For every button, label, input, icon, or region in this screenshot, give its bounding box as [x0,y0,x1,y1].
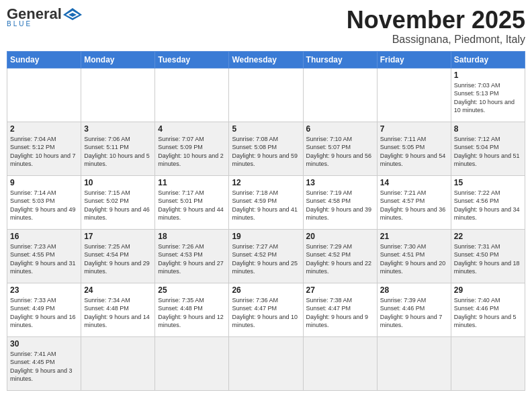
calendar-day-cell: 5Sunrise: 7:08 AM Sunset: 5:08 PM Daylig… [229,122,303,175]
day-info: Sunrise: 7:25 AM Sunset: 4:54 PM Dayligh… [84,242,152,276]
day-info: Sunrise: 7:40 AM Sunset: 4:46 PM Dayligh… [454,296,522,330]
calendar-day-cell: 11Sunrise: 7:17 AM Sunset: 5:01 PM Dayli… [155,175,229,229]
day-number: 2 [10,124,78,134]
day-number: 29 [454,285,522,295]
day-info: Sunrise: 7:18 AM Sunset: 4:59 PM Dayligh… [232,189,300,222]
calendar-day-cell: 21Sunrise: 7:30 AM Sunset: 4:51 PM Dayli… [377,229,451,283]
day-info: Sunrise: 7:19 AM Sunset: 4:58 PM Dayligh… [306,189,374,222]
calendar-day-cell: 18Sunrise: 7:26 AM Sunset: 4:53 PM Dayli… [155,229,229,283]
day-info: Sunrise: 7:23 AM Sunset: 4:55 PM Dayligh… [10,242,78,276]
weekday-header-friday: Friday [377,51,451,68]
day-info: Sunrise: 7:04 AM Sunset: 5:12 PM Dayligh… [10,135,78,169]
calendar-day-cell [81,336,155,390]
calendar-day-cell: 25Sunrise: 7:35 AM Sunset: 4:48 PM Dayli… [155,283,229,336]
calendar-day-cell: 22Sunrise: 7:31 AM Sunset: 4:50 PM Dayli… [451,229,525,283]
calendar-week-row: 16Sunrise: 7:23 AM Sunset: 4:55 PM Dayli… [7,229,525,283]
day-number: 19 [232,232,300,241]
calendar-week-row: 23Sunrise: 7:33 AM Sunset: 4:49 PM Dayli… [7,283,525,336]
day-number: 6 [306,124,374,134]
day-number: 24 [84,285,152,295]
calendar-day-cell: 10Sunrise: 7:15 AM Sunset: 5:02 PM Dayli… [81,175,155,229]
weekday-header-sunday: Sunday [7,51,81,68]
calendar-day-cell [451,336,525,390]
day-info: Sunrise: 7:29 AM Sunset: 4:52 PM Dayligh… [306,242,374,276]
logo-icon [62,7,83,21]
day-info: Sunrise: 7:03 AM Sunset: 5:13 PM Dayligh… [454,81,522,115]
calendar-day-cell [155,336,229,390]
day-info: Sunrise: 7:41 AM Sunset: 4:45 PM Dayligh… [10,350,78,383]
day-info: Sunrise: 7:31 AM Sunset: 4:50 PM Dayligh… [454,242,522,276]
logo-general: General [7,7,62,21]
day-number: 18 [158,232,226,241]
day-number: 14 [380,178,448,187]
day-number: 17 [84,232,152,241]
day-info: Sunrise: 7:14 AM Sunset: 5:03 PM Dayligh… [10,189,78,222]
calendar-day-cell: 14Sunrise: 7:21 AM Sunset: 4:57 PM Dayli… [377,175,451,229]
calendar-week-row: 9Sunrise: 7:14 AM Sunset: 5:03 PM Daylig… [7,175,525,229]
title-block: November 2025 Bassignana, Piedmont, Ital… [347,7,525,46]
day-info: Sunrise: 7:26 AM Sunset: 4:53 PM Dayligh… [158,242,226,276]
day-info: Sunrise: 7:17 AM Sunset: 5:01 PM Dayligh… [158,189,226,222]
weekday-header-monday: Monday [81,51,155,68]
day-number: 23 [10,285,78,295]
day-number: 28 [380,285,448,295]
calendar-day-cell [81,68,155,122]
calendar-day-cell [229,68,303,122]
calendar-day-cell: 26Sunrise: 7:36 AM Sunset: 4:47 PM Dayli… [229,283,303,336]
calendar-day-cell [377,336,451,390]
day-info: Sunrise: 7:34 AM Sunset: 4:48 PM Dayligh… [84,296,152,330]
day-number: 10 [84,178,152,187]
calendar-day-cell: 7Sunrise: 7:11 AM Sunset: 5:05 PM Daylig… [377,122,451,175]
weekday-header-wednesday: Wednesday [229,51,303,68]
calendar-day-cell: 15Sunrise: 7:22 AM Sunset: 4:56 PM Dayli… [451,175,525,229]
calendar-day-cell: 12Sunrise: 7:18 AM Sunset: 4:59 PM Dayli… [229,175,303,229]
day-info: Sunrise: 7:33 AM Sunset: 4:49 PM Dayligh… [10,296,78,330]
day-info: Sunrise: 7:38 AM Sunset: 4:47 PM Dayligh… [306,296,374,330]
calendar-day-cell: 27Sunrise: 7:38 AM Sunset: 4:47 PM Dayli… [303,283,377,336]
day-info: Sunrise: 7:27 AM Sunset: 4:52 PM Dayligh… [232,242,300,276]
day-info: Sunrise: 7:36 AM Sunset: 4:47 PM Dayligh… [232,296,300,330]
calendar-day-cell [229,336,303,390]
calendar-week-row: 2Sunrise: 7:04 AM Sunset: 5:12 PM Daylig… [7,122,525,175]
header: General BLUE November 2025 Bassignana, P… [7,7,525,46]
day-number: 12 [232,178,300,187]
calendar-table: SundayMondayTuesdayWednesdayThursdayFrid… [7,51,525,391]
calendar-day-cell: 1Sunrise: 7:03 AM Sunset: 5:13 PM Daylig… [451,68,525,122]
day-number: 25 [158,285,226,295]
day-number: 30 [10,339,78,349]
logo-subtitle: BLUE [7,20,32,28]
day-number: 7 [380,124,448,134]
weekday-header-thursday: Thursday [303,51,377,68]
calendar-day-cell: 4Sunrise: 7:07 AM Sunset: 5:09 PM Daylig… [155,122,229,175]
day-info: Sunrise: 7:06 AM Sunset: 5:11 PM Dayligh… [84,135,152,169]
day-number: 9 [10,178,78,187]
calendar-day-cell [7,68,81,122]
calendar-day-cell: 23Sunrise: 7:33 AM Sunset: 4:49 PM Dayli… [7,283,81,336]
day-info: Sunrise: 7:21 AM Sunset: 4:57 PM Dayligh… [380,189,448,222]
day-info: Sunrise: 7:22 AM Sunset: 4:56 PM Dayligh… [454,189,522,222]
calendar-day-cell [377,68,451,122]
calendar-day-cell: 13Sunrise: 7:19 AM Sunset: 4:58 PM Dayli… [303,175,377,229]
calendar-day-cell [303,68,377,122]
logo: General BLUE [7,7,83,28]
page: General BLUE November 2025 Bassignana, P… [0,0,532,398]
day-number: 4 [158,124,226,134]
day-info: Sunrise: 7:12 AM Sunset: 5:04 PM Dayligh… [454,135,522,169]
calendar-day-cell: 17Sunrise: 7:25 AM Sunset: 4:54 PM Dayli… [81,229,155,283]
calendar-day-cell: 6Sunrise: 7:10 AM Sunset: 5:07 PM Daylig… [303,122,377,175]
day-info: Sunrise: 7:15 AM Sunset: 5:02 PM Dayligh… [84,189,152,222]
day-number: 13 [306,178,374,187]
day-info: Sunrise: 7:30 AM Sunset: 4:51 PM Dayligh… [380,242,448,276]
calendar-day-cell: 3Sunrise: 7:06 AM Sunset: 5:11 PM Daylig… [81,122,155,175]
day-info: Sunrise: 7:39 AM Sunset: 4:46 PM Dayligh… [380,296,448,330]
calendar-day-cell: 24Sunrise: 7:34 AM Sunset: 4:48 PM Dayli… [81,283,155,336]
day-number: 3 [84,124,152,134]
day-number: 16 [10,232,78,241]
calendar-day-cell: 2Sunrise: 7:04 AM Sunset: 5:12 PM Daylig… [7,122,81,175]
calendar-day-cell: 29Sunrise: 7:40 AM Sunset: 4:46 PM Dayli… [451,283,525,336]
calendar-day-cell: 16Sunrise: 7:23 AM Sunset: 4:55 PM Dayli… [7,229,81,283]
calendar-day-cell [155,68,229,122]
day-number: 11 [158,178,226,187]
day-number: 1 [454,71,522,80]
day-number: 8 [454,124,522,134]
